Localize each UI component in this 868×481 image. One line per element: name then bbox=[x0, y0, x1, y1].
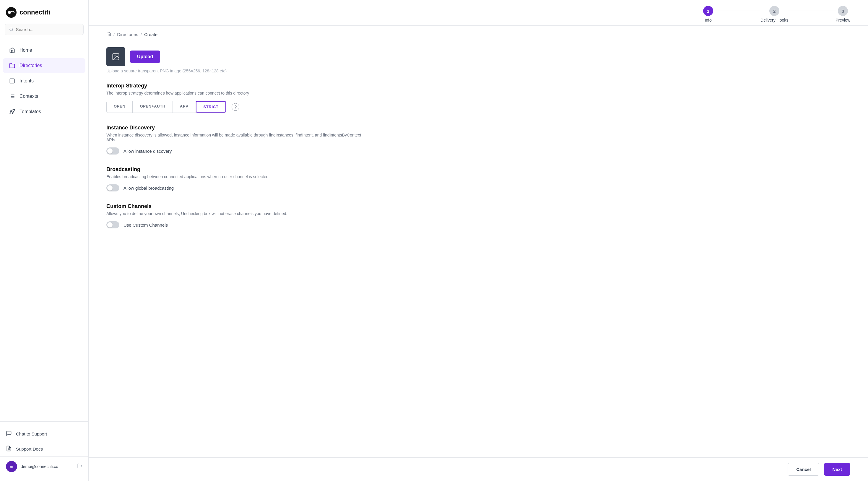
sidebar-item-directories[interactable]: Directories bbox=[3, 58, 85, 73]
svg-point-2 bbox=[10, 28, 13, 31]
sidebar: connectifi Home Directories bbox=[0, 0, 89, 481]
step-3-label: Preview bbox=[836, 18, 850, 23]
instance-discovery-toggle[interactable] bbox=[106, 147, 119, 154]
sidebar-item-home-label: Home bbox=[20, 48, 32, 53]
svg-point-0 bbox=[6, 7, 17, 18]
step-2: 2 Delivery Hooks bbox=[761, 6, 788, 23]
custom-channels-label: Use Custom Channels bbox=[123, 222, 168, 228]
sidebar-item-contexts-label: Contexts bbox=[20, 94, 38, 99]
custom-channels-thumb bbox=[107, 222, 113, 228]
custom-channels-toggle-row: Use Custom Channels bbox=[106, 221, 366, 229]
interop-strategy-section: Interop Strategy The interop strategy de… bbox=[106, 83, 366, 113]
broadcasting-section: Broadcasting Enables broadcasting betwee… bbox=[106, 166, 366, 191]
contexts-icon bbox=[9, 93, 16, 99]
custom-channels-toggle[interactable] bbox=[106, 221, 119, 229]
home-icon bbox=[9, 47, 16, 54]
step-3-circle: 3 bbox=[838, 6, 848, 16]
intents-icon bbox=[9, 78, 16, 84]
sidebar-item-templates-label: Templates bbox=[20, 109, 41, 114]
broadcasting-desc: Enables broadcasting between connected a… bbox=[106, 174, 366, 179]
instance-discovery-thumb bbox=[107, 148, 113, 154]
custom-channels-title: Custom Channels bbox=[106, 203, 366, 209]
cancel-button[interactable]: Cancel bbox=[788, 463, 819, 476]
sidebar-bottom: Chat to Support Support Docs ni demo@con… bbox=[0, 421, 88, 481]
upload-button[interactable]: Upload bbox=[130, 51, 160, 63]
sidebar-item-home[interactable]: Home bbox=[3, 43, 85, 58]
interop-strategy-title: Interop Strategy bbox=[106, 83, 366, 89]
main-nav: Home Directories Intents Contexts bbox=[0, 40, 88, 421]
sidebar-item-intents-label: Intents bbox=[20, 78, 34, 84]
svg-point-14 bbox=[114, 55, 115, 56]
sidebar-item-templates[interactable]: Templates bbox=[3, 104, 85, 119]
search-box[interactable] bbox=[5, 24, 84, 35]
sidebar-item-directories-label: Directories bbox=[20, 63, 42, 68]
sidebar-item-contexts[interactable]: Contexts bbox=[3, 89, 85, 104]
instance-discovery-title: Instance Discovery bbox=[106, 125, 366, 131]
broadcasting-toggle-row: Allow global broadcasting bbox=[106, 184, 366, 191]
instance-discovery-label: Allow instance discovery bbox=[123, 149, 172, 154]
connectifi-logo-icon bbox=[6, 7, 17, 18]
upload-row: Upload bbox=[106, 47, 366, 66]
avatar: ni bbox=[6, 461, 17, 472]
instance-discovery-section: Instance Discovery When instance discove… bbox=[106, 125, 366, 154]
custom-channels-track bbox=[106, 221, 119, 229]
step-2-label: Delivery Hooks bbox=[761, 18, 788, 23]
user-row: ni demo@connectifi.co bbox=[0, 456, 88, 476]
step-line-1 bbox=[713, 11, 761, 11]
breadcrumb: / Directories / Create bbox=[89, 26, 868, 40]
stepper: 1 Info 2 Delivery Hooks 3 Preview bbox=[703, 6, 850, 23]
interop-tabs: OPEN OPEN+AUTH APP STRICT bbox=[106, 101, 226, 113]
step-3: 3 Preview bbox=[836, 6, 850, 23]
stepper-bar: 1 Info 2 Delivery Hooks 3 Preview bbox=[89, 0, 868, 26]
custom-channels-section: Custom Channels Allows you to define you… bbox=[106, 203, 366, 229]
breadcrumb-directories[interactable]: Directories bbox=[117, 32, 138, 37]
main-content: 1 Info 2 Delivery Hooks 3 Preview / Dire… bbox=[89, 0, 868, 481]
logout-icon[interactable] bbox=[77, 463, 83, 470]
svg-rect-3 bbox=[10, 79, 14, 83]
tab-open-auth[interactable]: OPEN+AUTH bbox=[133, 101, 173, 113]
search-icon bbox=[9, 27, 13, 32]
chat-support-label: Chat to Support bbox=[16, 431, 47, 437]
broadcasting-title: Broadcasting bbox=[106, 166, 366, 173]
step-2-circle: 2 bbox=[769, 6, 779, 16]
next-button[interactable]: Next bbox=[824, 463, 850, 476]
interop-strategy-desc: The interop strategy determines how appl… bbox=[106, 91, 366, 95]
directories-icon bbox=[9, 62, 16, 69]
chat-support-item[interactable]: Chat to Support bbox=[0, 426, 88, 442]
search-container bbox=[0, 24, 88, 40]
instance-discovery-toggle-row: Allow instance discovery bbox=[106, 147, 366, 154]
instance-discovery-track bbox=[106, 147, 119, 154]
logo: connectifi bbox=[0, 0, 88, 24]
breadcrumb-sep-1: / bbox=[114, 32, 115, 37]
search-input[interactable] bbox=[16, 27, 79, 32]
step-1: 1 Info bbox=[703, 6, 713, 23]
step-1-circle: 1 bbox=[703, 6, 713, 16]
custom-channels-desc: Allows you to define your own channels, … bbox=[106, 211, 366, 216]
step-1-label: Info bbox=[705, 18, 711, 23]
chat-support-icon bbox=[6, 430, 12, 437]
interop-tabs-row: OPEN OPEN+AUTH APP STRICT ? bbox=[106, 101, 366, 113]
breadcrumb-create: Create bbox=[144, 32, 157, 37]
templates-icon bbox=[9, 109, 16, 115]
support-docs-icon bbox=[6, 446, 12, 452]
help-icon[interactable]: ? bbox=[231, 103, 239, 111]
image-placeholder bbox=[106, 47, 125, 66]
support-docs-label: Support Docs bbox=[16, 446, 43, 451]
upload-hint: Upload a square transparent PNG image (2… bbox=[106, 68, 366, 73]
step-line-2 bbox=[788, 11, 836, 11]
support-docs-item[interactable]: Support Docs bbox=[0, 442, 88, 456]
action-bar: Cancel Next bbox=[89, 457, 868, 481]
breadcrumb-sep-2: / bbox=[141, 32, 142, 37]
tab-open[interactable]: OPEN bbox=[107, 101, 133, 113]
page-content: Upload Upload a square transparent PNG i… bbox=[89, 40, 384, 264]
instance-discovery-desc: When instance discovery is allowed, inst… bbox=[106, 133, 366, 142]
user-email: demo@connectifi.co bbox=[21, 464, 73, 469]
tab-strict[interactable]: STRICT bbox=[196, 101, 226, 113]
broadcasting-thumb bbox=[107, 185, 113, 190]
tab-app[interactable]: APP bbox=[173, 101, 196, 113]
home-breadcrumb-icon[interactable] bbox=[106, 32, 111, 37]
app-name: connectifi bbox=[20, 8, 50, 16]
broadcasting-track bbox=[106, 184, 119, 191]
sidebar-item-intents[interactable]: Intents bbox=[3, 73, 85, 88]
broadcasting-toggle[interactable] bbox=[106, 184, 119, 191]
